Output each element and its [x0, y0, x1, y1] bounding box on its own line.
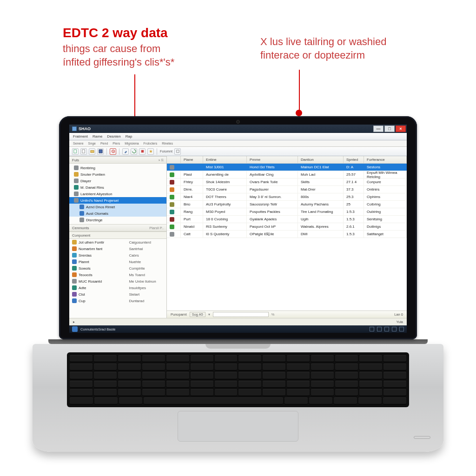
table-row[interactable]: Purt18 0 CvobingGyalank ApadesUgih1.5.3S… [167, 216, 407, 223]
laptop-base [33, 344, 443, 452]
component-row[interactable]: Jot ulhen FontirCaigosunterd [69, 239, 166, 245]
taskbar-app[interactable]: ConnutentsSrad Baste [80, 327, 115, 331]
tray-icon[interactable] [370, 327, 374, 331]
component-row[interactable]: SowolsComplrite [69, 265, 166, 271]
grid-header: Piane Entine Pmme Dantion Spnted Forfera… [167, 156, 407, 164]
subtab-item[interactable]: Migrsiena [125, 142, 139, 145]
nav-tree-item[interactable]: Rentiring [69, 165, 166, 171]
table-row[interactable]: FhteyShok 14destmOvars Pank ToileSkilts2… [167, 178, 407, 186]
tree-item-icon [74, 192, 79, 196]
subtab-item[interactable]: Rinetes [162, 142, 173, 145]
toolbar-doc2-icon[interactable] [80, 148, 87, 155]
subtab-item[interactable]: Plers [112, 142, 120, 145]
toolbar-wrench-icon[interactable] [122, 148, 129, 155]
tray-icon[interactable] [384, 327, 389, 331]
cell: 37.3 [344, 186, 364, 193]
toolbar-config-icon[interactable] [174, 148, 181, 155]
maximize-button[interactable]: □ [384, 126, 395, 132]
status-bar: ▸ Yula [69, 318, 407, 325]
tray-icon[interactable] [377, 327, 382, 331]
subtab-item[interactable]: Senere [73, 142, 84, 145]
table-row[interactable]: CattI0 S QustientyOPatgle E站ileDMl1.5.3S… [167, 231, 407, 238]
paginator-info: Lan 0 [394, 312, 403, 317]
start-button-icon[interactable] [72, 326, 78, 332]
component-row[interactable]: CupDuntarad [69, 298, 166, 304]
grid-col[interactable]: Forferance [364, 156, 407, 163]
paginator-button[interactable]: Sog A5 [190, 312, 205, 317]
component-row[interactable]: ClstSlelart [69, 291, 166, 298]
component-value: Nuehte [129, 260, 164, 264]
table-row[interactable]: BnùAU3 FurtpirotlySaoossrsnp TeitrAulumy… [167, 201, 407, 208]
nav-tree-item[interactable]: Unitrd's Nand Projersel [69, 197, 166, 204]
minimize-button[interactable]: — [373, 126, 383, 132]
toolbar-target-icon[interactable] [110, 148, 116, 155]
components-list: Jot ulhen FontirCaigosunterdNomarbrn fan… [69, 239, 166, 304]
toolbar-stop-icon[interactable] [139, 148, 145, 155]
component-value: Cabrs [129, 253, 164, 258]
grid-col[interactable]: Entine [203, 156, 247, 163]
nav-panel-header: Fuls × ⎘ [69, 156, 166, 164]
tree-item-label: Rentiring [80, 166, 95, 170]
grid-col[interactable]: Piane [181, 156, 203, 163]
components-pull[interactable]: Plarsll P.. [149, 226, 164, 230]
paginator-input[interactable] [213, 312, 269, 317]
nav-tree-item[interactable]: Aznd Dnos Rimet [69, 204, 166, 210]
toolbar-doc-icon[interactable] [72, 148, 79, 155]
lid-hinge [48, 339, 428, 344]
status-right: Yula [396, 320, 403, 324]
component-row[interactable]: TeoocdsMs Toand [69, 271, 166, 278]
components-panel-header: Cenmonts Plarsll P.. [69, 224, 166, 231]
component-row[interactable]: SrerdasCabrs [69, 252, 166, 258]
component-row[interactable]: PlanntNuehte [69, 258, 166, 265]
grid-col[interactable]: Dantion [298, 156, 344, 163]
nav-tree-item[interactable]: Lanblient Aliyestion [69, 191, 166, 197]
cell: 25 [344, 201, 364, 208]
tray-icon[interactable] [392, 327, 397, 331]
grid-body: Mist 3J001Hond I3d TitetsMainun DC1 Elat… [167, 164, 407, 311]
cell: Shok 14destm [203, 178, 247, 185]
grid-col-icon[interactable] [167, 156, 181, 163]
toolbar-save-icon[interactable] [97, 148, 104, 155]
cell: Colbring [364, 201, 407, 208]
subtab-item[interactable]: Snge [88, 142, 96, 145]
cell: Skilts [298, 178, 344, 185]
component-name: MUC Rosantd [79, 279, 127, 284]
grid-col[interactable]: Spnted [344, 156, 364, 163]
menu-item[interactable]: Rap [126, 134, 132, 139]
tree-item-icon [74, 178, 79, 183]
grid-col[interactable]: Pmme [247, 156, 298, 163]
component-value: Complrite [129, 266, 164, 271]
cell: Hond I3d Titets [247, 164, 298, 171]
status-left[interactable]: ▸ [73, 320, 75, 324]
table-row[interactable]: Dirre.T0C0 CowrePagsdsurerMat-Drer37.3On… [167, 186, 407, 193]
tree-item-label: Unitrd's Nand Projersel [80, 198, 119, 203]
close-button[interactable]: × [396, 126, 406, 132]
subtab-item[interactable]: Frobcters [144, 142, 158, 145]
toolbar-folder-icon[interactable] [89, 148, 95, 155]
table-row[interactable]: Niar4DOT ThenrsMay 3 8' nl Sunron.800s25… [167, 193, 407, 201]
table-row[interactable]: RangMS0 PoyedPospottes PacklesTire Land … [167, 208, 407, 216]
panel-close-icon[interactable]: × ⎘ [159, 158, 164, 162]
component-name: Cup [79, 299, 127, 303]
toolbar-refresh-icon[interactable] [131, 148, 137, 155]
table-row[interactable]: PlastAunentling deAydvilbar CingMoh Lad2… [167, 171, 407, 178]
menu-item[interactable]: Fratment [73, 134, 88, 139]
nav-tree-item[interactable]: Aust Olomats [69, 210, 166, 217]
menu-item[interactable]: Desnien [107, 134, 120, 139]
app-logo-icon [72, 126, 77, 131]
nav-tree-item[interactable]: Diayer [69, 178, 166, 184]
table-row[interactable]: NinatdRi3 SuntemyPasyurd Oct bPWalnats. … [167, 223, 407, 231]
nav-tree-item[interactable]: Snoter Pontien [69, 171, 166, 178]
toolbar-star-icon[interactable] [147, 148, 154, 155]
component-row[interactable]: MUC RosantdMe Unbe llotnon [69, 278, 166, 284]
nav-tree-item[interactable]: M. Danat Rins [69, 184, 166, 191]
tray-icon[interactable] [399, 327, 404, 331]
svg-rect-8 [176, 150, 178, 152]
subtab-item[interactable]: Pend [100, 142, 108, 145]
component-row[interactable]: Nomarbrn fantSantrhal [69, 245, 166, 252]
component-name: Nomarbrn fant [79, 247, 127, 251]
menu-item[interactable]: Rame [93, 134, 102, 139]
annotation-sub: things car cause from ínfited giffesring… [63, 42, 174, 69]
component-row[interactable]: AdteInsuldtpes [69, 284, 166, 291]
nav-tree-item[interactable]: Disrctinge [69, 217, 166, 223]
